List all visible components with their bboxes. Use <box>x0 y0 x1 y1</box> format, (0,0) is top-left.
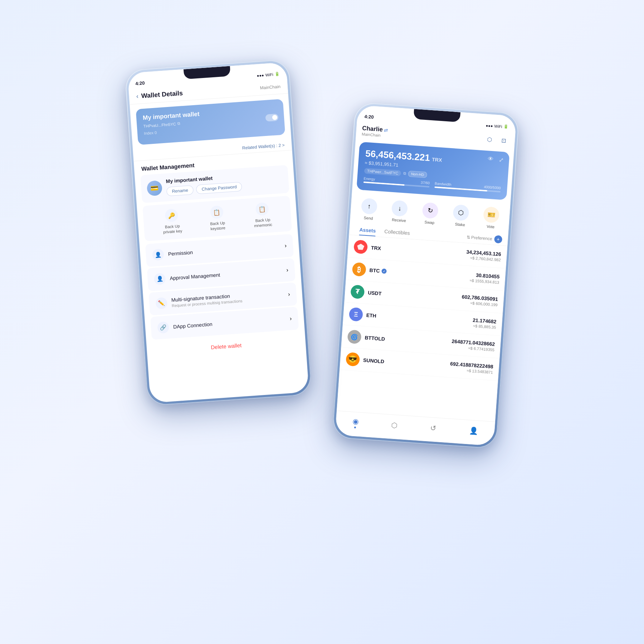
stake-icon: ⬡ <box>453 204 469 221</box>
sunold-name: SUNOLD <box>363 357 450 369</box>
chevron-right-icon: › <box>284 242 287 249</box>
sort-icon: ⇅ <box>467 235 470 240</box>
vote-button[interactable]: 🎫 Vote <box>480 206 503 229</box>
sunold-logo: 😎 <box>346 352 360 367</box>
status-icons-phone1: ●●● WiFi 🔋 <box>257 72 280 78</box>
tab-assets[interactable]: Assets <box>355 224 380 237</box>
tab-collectibles[interactable]: Collectibles <box>380 225 415 239</box>
backup-mnemonic-icon: 📋 <box>255 202 269 216</box>
screen-content-phone1: ‹ Wallet Details MainChain My important … <box>128 78 309 403</box>
dapp-title: DApp Connection <box>173 316 286 330</box>
swap-icon[interactable]: ⇄ <box>384 127 388 133</box>
active-dot <box>354 426 356 428</box>
bandwidth-resource: Bandwidth 4000/5000 <box>434 181 501 192</box>
status-icons-phone2: ●●● WiFi 🔋 <box>486 123 509 129</box>
wallet-header-left: ‹ Wallet Details <box>136 89 183 100</box>
btc-info: BTC ✓ <box>369 267 470 280</box>
wallet-avatar: 💳 <box>147 180 163 196</box>
copy-addr-icon[interactable]: ⧉ <box>403 171 406 176</box>
swap-label: Swap <box>424 220 434 225</box>
bttold-logo: 🌀 <box>347 330 362 344</box>
svg-marker-0 <box>357 243 365 250</box>
trx-logo <box>353 240 368 254</box>
energy-label: Energy <box>364 176 375 181</box>
status-time-phone2: 4:20 <box>364 114 374 120</box>
battery-icon2: 🔋 <box>503 124 509 129</box>
balance-currency: TRX <box>432 156 442 163</box>
bttold-name: BTTOLD <box>365 335 452 347</box>
energy-value: 37/60 <box>421 180 430 185</box>
rename-button[interactable]: Rename <box>166 185 194 196</box>
assets-nav-icon: ◉ <box>352 416 359 425</box>
backup-mnemonic-label: Back Upmnemonic <box>254 217 273 228</box>
trx-name: TRX <box>371 245 467 257</box>
page-title: Wallet Details <box>141 89 183 100</box>
nav-history[interactable]: ↺ <box>430 423 437 432</box>
backup-section: 🔑 Back Upprivate key 📋 Back Upkeystore 📋… <box>142 196 292 241</box>
btc-logo: ₿ <box>352 262 366 277</box>
vote-icon: 🎫 <box>483 206 500 223</box>
nav-assets[interactable]: ◉ <box>352 416 359 428</box>
trx-info: TRX <box>371 245 467 257</box>
approval-title: Approval Management <box>170 267 282 281</box>
approval-text: Approval Management <box>170 267 282 281</box>
permission-text: Permission <box>168 243 280 257</box>
backup-key-label: Back Upprivate key <box>163 223 182 235</box>
btc-values: 30.810455 ≈$ 1555,934.813 <box>469 272 499 285</box>
dapp-icon: 🔗 <box>157 321 169 333</box>
usdt-info: USDT <box>368 290 462 302</box>
change-password-button[interactable]: Change Password <box>196 182 243 194</box>
stake-button[interactable]: ⬡ Stake <box>449 204 472 227</box>
receive-button[interactable]: ↓ Receive <box>388 200 411 223</box>
backup-keystore-icon: 📋 <box>210 205 224 219</box>
user-info: Charlie ⇄ MainChain <box>362 125 389 138</box>
battery-icon: 🔋 <box>274 72 280 77</box>
eye-icon[interactable]: 👁 <box>488 156 494 162</box>
wallet-toggle[interactable] <box>265 114 278 122</box>
receive-label: Receive <box>392 218 406 223</box>
send-button[interactable]: ↑ Send <box>357 197 380 221</box>
approval-icon: 👤 <box>154 273 166 285</box>
qr-send-icon[interactable]: ⬡ <box>484 133 495 145</box>
send-label: Send <box>364 216 373 221</box>
wallet-card: My important wallet THPvaU...Fhn5YC ⧉ In… <box>136 99 285 145</box>
expand-icon[interactable]: ⤢ <box>498 156 503 164</box>
nav-collectibles[interactable]: ⬡ <box>391 421 398 430</box>
chevron-right-icon3: › <box>288 291 291 297</box>
multisig-text: Multi-signature transaction Request or p… <box>171 289 284 308</box>
preference-button[interactable]: ⇅ Preference <box>467 235 493 241</box>
signal-icon: ●●● <box>257 73 264 78</box>
nav-profile[interactable]: 👤 <box>469 426 478 435</box>
wifi-icon: WiFi <box>265 72 273 77</box>
backup-mnemonic[interactable]: 📋 Back Upmnemonic <box>247 202 278 229</box>
sunold-info: SUNOLD <box>363 357 450 369</box>
eth-name: ETH <box>366 312 473 326</box>
send-icon: ↑ <box>361 198 377 215</box>
backup-keystore[interactable]: 📋 Back Upkeystore <box>202 205 233 232</box>
energy-resource: Energy 37/60 <box>364 176 430 187</box>
non-hd-badge: Non-HD <box>408 171 427 178</box>
trx-values: 34,234,453.126 ≈$ 2,760,842.982 <box>466 249 501 262</box>
swap-button[interactable]: ↻ Swap <box>419 202 441 225</box>
permission-icon: 👤 <box>152 248 164 260</box>
screen-content-phone2: Charlie ⇄ MainChain ⬡ ⊡ 👁 ⤢ <box>335 121 515 446</box>
copy-icon[interactable]: ⧉ <box>177 121 180 126</box>
add-asset-button[interactable]: + <box>494 235 502 243</box>
backup-private-key[interactable]: 🔑 Back Upprivate key <box>157 208 187 235</box>
eth-info: ETH <box>366 312 473 326</box>
usdt-logo: ₮ <box>350 285 365 299</box>
back-button[interactable]: ‹ <box>136 93 138 100</box>
permission-title: Permission <box>168 243 280 257</box>
btc-name: BTC ✓ <box>369 267 470 280</box>
backup-key-icon: 🔑 <box>165 209 178 222</box>
bttold-info: BTTOLD <box>365 335 452 347</box>
scan-icon[interactable]: ⊡ <box>498 135 509 146</box>
btc-verified-icon: ✓ <box>381 268 387 274</box>
status-time-phone1: 4:20 <box>135 80 145 86</box>
chevron-right-icon4: › <box>289 315 292 322</box>
signal-icon2: ●●● <box>486 123 493 128</box>
vote-label: Vote <box>487 224 495 229</box>
wifi-icon2: WiFi <box>494 124 502 129</box>
swap-icon-btn: ↻ <box>422 202 439 219</box>
header-icons: ⬡ ⊡ <box>484 133 509 146</box>
